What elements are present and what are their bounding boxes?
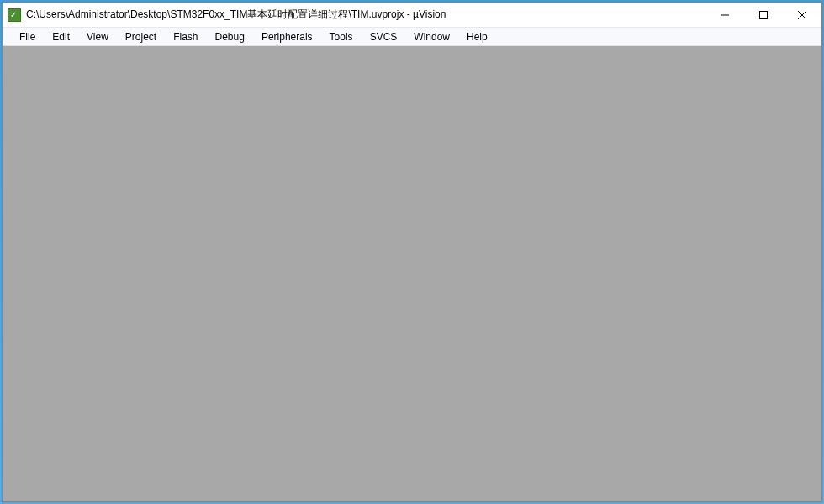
menu-svcs[interactable]: SVCS: [362, 28, 406, 45]
menu-window[interactable]: Window: [405, 28, 458, 45]
menu-edit[interactable]: Edit: [44, 28, 78, 45]
titlebar[interactable]: C:\Users\Administrator\Desktop\STM32F0xx…: [3, 3, 821, 28]
menu-peripherals[interactable]: Peripherals: [253, 28, 321, 45]
menu-help[interactable]: Help: [458, 28, 496, 45]
window-title: C:\Users\Administrator\Desktop\STM32F0xx…: [26, 8, 705, 22]
menubar: File Edit View Project Flash Debug Perip…: [3, 28, 821, 46]
menu-project[interactable]: Project: [117, 28, 165, 45]
menu-tools[interactable]: Tools: [321, 28, 362, 45]
minimize-icon: [721, 11, 729, 19]
maximize-icon: [759, 11, 768, 19]
menu-debug[interactable]: Debug: [207, 28, 253, 45]
minimize-button[interactable]: [705, 3, 744, 27]
menu-flash[interactable]: Flash: [165, 28, 206, 45]
application-window: C:\Users\Administrator\Desktop\STM32F0xx…: [2, 2, 822, 502]
workspace-area: [3, 46, 821, 501]
close-button[interactable]: [783, 3, 821, 27]
close-icon: [798, 11, 806, 19]
menu-file[interactable]: File: [11, 28, 44, 45]
menu-view[interactable]: View: [78, 28, 117, 45]
app-icon: [8, 8, 21, 22]
maximize-button[interactable]: [744, 3, 783, 27]
window-controls: [705, 3, 821, 27]
svg-rect-1: [760, 11, 768, 18]
